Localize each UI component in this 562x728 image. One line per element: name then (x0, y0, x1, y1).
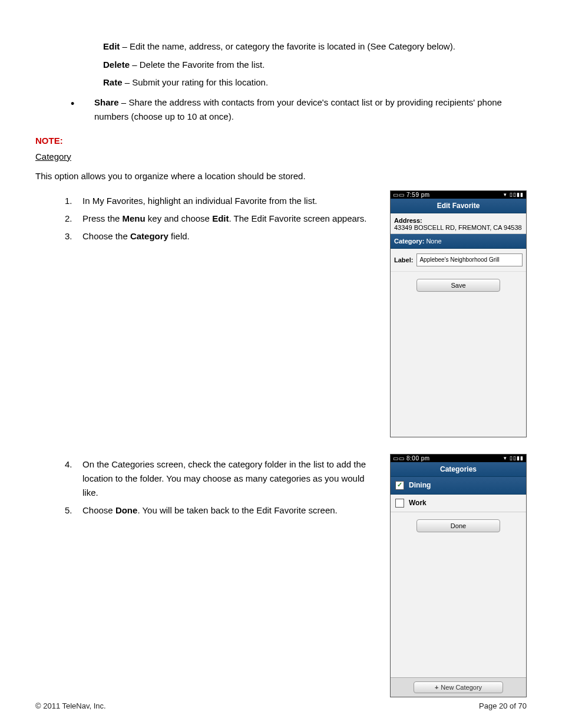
def-delete: Delete – Delete the Favorite from the li… (103, 58, 515, 72)
label-row: Label: (391, 249, 526, 272)
page-footer: © 2011 TeleNav, Inc. Page 20 of 70 (35, 701, 527, 710)
step-5-num: 5. (65, 503, 82, 518)
label-input[interactable] (416, 253, 523, 266)
step-1-text: In My Favorites, highlight an individual… (82, 194, 318, 208)
step-5-b1: Done (115, 505, 138, 515)
step-4: 4. On the Categories screen, check the c… (65, 457, 379, 500)
new-category-label: New Category (441, 684, 482, 691)
step-2: 2. Press the Menu key and choose Edit. T… (65, 212, 379, 226)
category-row-value: None (424, 238, 441, 245)
phone2-status-battery-icon: ▭▭ (393, 455, 404, 462)
def-rate: Rate – Submit your rating for this locat… (103, 76, 515, 90)
def-delete-desc: – Delete the Favorite from the list. (130, 60, 265, 70)
phone1-title: Edit Favorite (391, 199, 526, 213)
phone2-statusbar: ▭▭ 8:00 pm ▾ ▯▯▮▮ (391, 454, 526, 462)
phone2-title: Categories (391, 462, 526, 477)
checkbox-dining[interactable]: ✓ (395, 481, 404, 490)
step-3: 3. Choose the Category field. (65, 229, 379, 243)
step-3-b1: Category (130, 231, 168, 241)
step-5-post: . You will be taken back to the Edit Fav… (137, 505, 337, 515)
address-value: 43349 BOSCELL RD, FREMONT, CA 94538 (394, 224, 523, 231)
step-2-b1: Menu (123, 213, 146, 223)
step-5: 5. Choose Done. You will be taken back t… (65, 503, 379, 518)
checkbox-work[interactable] (395, 499, 404, 508)
category-item-dining[interactable]: ✓ Dining (391, 477, 526, 495)
def-edit-term: Edit (103, 41, 120, 51)
phone2-status-signal-icon: ▾ ▯▯▮▮ (504, 455, 524, 462)
phone2-status-time: 8:00 pm (406, 455, 430, 462)
address-block[interactable]: Address: 43349 BOSCELL RD, FREMONT, CA 9… (391, 213, 526, 234)
category-item-work-label: Work (409, 499, 427, 507)
categories-phone: ▭▭ 8:00 pm ▾ ▯▯▮▮ Categories ✓ Dining Wo… (390, 454, 527, 697)
step-5-pre: Choose (82, 505, 115, 515)
phone1-status-battery-icon: ▭▭ (393, 192, 404, 198)
step-2-mid: key and choose (146, 213, 212, 223)
step-2-num: 2. (65, 212, 82, 226)
def-edit: Edit – Edit the name, address, or catego… (103, 40, 515, 54)
done-button[interactable]: Done (416, 519, 500, 532)
address-label: Address: (394, 217, 523, 224)
category-heading: Category (35, 151, 527, 162)
step-3-pre: Choose the (82, 231, 130, 241)
share-desc: – Share the address with contacts from y… (94, 97, 502, 121)
category-intro: This option allows you to organize where… (35, 171, 527, 181)
step-1: 1. In My Favorites, highlight an individ… (65, 194, 379, 208)
category-row[interactable]: Category: None (391, 234, 526, 249)
step-3-num: 3. (65, 229, 82, 243)
new-category-button[interactable]: +New Category (414, 681, 503, 693)
step-1-num: 1. (65, 194, 82, 208)
phone1-status-time: 7:59 pm (406, 192, 430, 198)
step-4-text: On the Categories screen, check the cate… (82, 457, 379, 500)
footer-copyright: © 2011 TeleNav, Inc. (35, 701, 106, 710)
phone1-status-signal-icon: ▾ ▯▯▮▮ (504, 192, 524, 198)
step-2-post: . The Edit Favorite screen appears. (229, 213, 366, 223)
category-item-work[interactable]: Work (391, 495, 526, 512)
def-edit-desc: – Edit the name, address, or category th… (120, 41, 455, 51)
save-button[interactable]: Save (416, 279, 500, 292)
step-2-pre: Press the (82, 213, 123, 223)
bullet-icon: • (71, 95, 94, 124)
edit-favorite-phone: ▭▭ 7:59 pm ▾ ▯▯▮▮ Edit Favorite Address:… (390, 190, 527, 437)
phone2-bottom-bar: +New Category (391, 677, 526, 697)
step-4-num: 4. (65, 457, 82, 500)
step-3-post: field. (168, 231, 190, 241)
share-term: Share (94, 97, 119, 107)
step-2-b2: Edit (212, 213, 229, 223)
bullet-share: • Share – Share the address with contact… (71, 95, 527, 124)
plus-icon: + (435, 684, 438, 691)
note-heading: NOTE: (35, 136, 527, 146)
def-rate-term: Rate (103, 77, 123, 87)
footer-page: Page 20 of 70 (479, 701, 527, 710)
label-field-label: Label: (394, 256, 413, 263)
def-delete-term: Delete (103, 60, 130, 70)
category-row-label: Category: (394, 238, 424, 245)
def-rate-desc: – Submit your rating for this location. (123, 77, 269, 87)
category-item-dining-label: Dining (409, 481, 431, 489)
phone1-statusbar: ▭▭ 7:59 pm ▾ ▯▯▮▮ (391, 191, 526, 199)
